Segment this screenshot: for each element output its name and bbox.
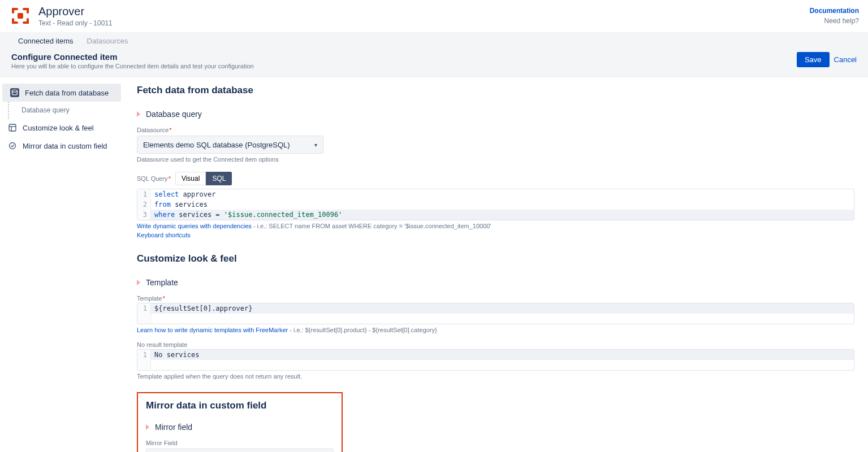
- sql-toggle[interactable]: SQL: [206, 172, 232, 185]
- customize-heading: Customize look & feel: [137, 253, 854, 264]
- datasource-hint: Datasource used to get the Connected ite…: [137, 156, 854, 163]
- sidebar-item-dbquery[interactable]: Database query: [0, 102, 123, 119]
- mirror-heading: Mirror data in custom field: [146, 400, 334, 411]
- query-mode-toggle: Visual SQL: [175, 172, 232, 185]
- tab-bar: Connected items Datasources: [0, 32, 868, 50]
- subheader-text: Configure Connected item Here you will b…: [11, 52, 254, 69]
- page-subtitle: Text - Read only - 10011: [38, 19, 113, 27]
- mirror-field-label: Mirror Field: [146, 440, 334, 446]
- kbd-shortcuts-hint: Keyboard shortcuts: [137, 232, 854, 238]
- svg-rect-0: [18, 13, 23, 19]
- sidebar-item-customize[interactable]: Customize look & feel: [0, 119, 123, 137]
- collapse-arrow-icon: [146, 424, 149, 430]
- sidebar: Fetch data from database Database query …: [0, 77, 123, 452]
- block-label: Mirror field: [155, 423, 192, 432]
- no-result-editor[interactable]: 1No services: [137, 349, 854, 371]
- header-left: Approver Text - Read only - 10011: [9, 5, 113, 27]
- block-label: Database query: [146, 110, 202, 119]
- sidebar-item-label: Mirror data in custom field: [23, 142, 107, 150]
- title-block: Approver Text - Read only - 10011: [38, 5, 113, 27]
- collapse-arrow-icon: [137, 280, 140, 285]
- tab-connected-items[interactable]: Connected items: [11, 32, 80, 50]
- svg-rect-2: [9, 124, 16, 131]
- kbd-shortcuts-link[interactable]: Keyboard shortcuts: [137, 232, 191, 238]
- template-editor[interactable]: 1${resultSet[0].approver}: [137, 303, 854, 324]
- check-circle-icon: [8, 141, 17, 150]
- sidebar-item-label: Fetch data from database: [25, 89, 109, 97]
- svg-point-5: [10, 143, 16, 149]
- sidebar-item-label: Customize look & feel: [23, 124, 94, 132]
- cancel-button[interactable]: Cancel: [834, 55, 857, 64]
- no-result-label: No result template: [137, 341, 854, 348]
- visual-toggle[interactable]: Visual: [175, 172, 206, 185]
- template-header[interactable]: Template: [137, 278, 854, 287]
- mirror-field-header[interactable]: Mirror field: [146, 423, 334, 432]
- datasource-value: Elements demo SQL database (PostgreSQL): [143, 141, 290, 149]
- sidebar-item-fetch[interactable]: Fetch data from database: [2, 84, 121, 102]
- sql-query-label: SQL Query*: [137, 175, 171, 182]
- dynamic-queries-hint: Write dynamic queries with dependencies …: [137, 223, 854, 229]
- datasource-select[interactable]: Elements demo SQL database (PostgreSQL) …: [137, 136, 323, 154]
- page-title: Approver: [38, 5, 113, 18]
- collapse-arrow-icon: [137, 111, 140, 117]
- subheader-actions: Save Cancel: [797, 52, 857, 67]
- subheader: Configure Connected item Here you will b…: [0, 50, 868, 77]
- layout-icon: [8, 123, 17, 132]
- header-right: Documentation Need help?: [810, 7, 859, 25]
- datasource-label: Datasource*: [137, 127, 854, 133]
- main-layout: Fetch data from database Database query …: [0, 77, 868, 452]
- sidebar-item-mirror[interactable]: Mirror data in custom field: [0, 137, 123, 155]
- block-label: Template: [146, 278, 178, 287]
- mirror-box: Mirror data in custom field Mirror field…: [137, 392, 343, 452]
- subheader-title: Configure Connected item: [11, 52, 254, 62]
- mirror-field-select[interactable]: Approver (customfield_10040) ▾: [146, 449, 334, 452]
- header: Approver Text - Read only - 10011 Docume…: [0, 0, 868, 32]
- subheader-desc: Here you will be able to configure the C…: [11, 63, 254, 69]
- template-hint: Learn how to write dynamic templates wit…: [137, 327, 854, 333]
- dynamic-queries-link[interactable]: Write dynamic queries with dependencies: [137, 223, 252, 229]
- sidebar-item-label: Database query: [21, 106, 70, 114]
- content: Fetch data from database Database query …: [123, 77, 868, 452]
- save-button[interactable]: Save: [797, 52, 830, 67]
- database-query-header[interactable]: Database query: [137, 110, 854, 119]
- documentation-link[interactable]: Documentation: [810, 7, 859, 15]
- freemarker-link[interactable]: Learn how to write dynamic templates wit…: [137, 327, 288, 333]
- no-result-hint: Template applied when the query does not…: [137, 373, 854, 380]
- need-help-link[interactable]: Need help?: [824, 17, 859, 25]
- database-icon: [10, 88, 19, 97]
- sql-query-row: SQL Query* Visual SQL: [137, 172, 854, 185]
- fetch-heading: Fetch data from database: [137, 85, 854, 96]
- svg-point-1: [12, 90, 18, 92]
- chevron-down-icon: ▾: [314, 142, 317, 148]
- tab-datasources[interactable]: Datasources: [80, 32, 135, 50]
- template-label: Template*: [137, 295, 854, 302]
- sql-editor[interactable]: 1select approver 2from services 3where s…: [137, 189, 854, 220]
- app-logo-icon: [9, 5, 32, 27]
